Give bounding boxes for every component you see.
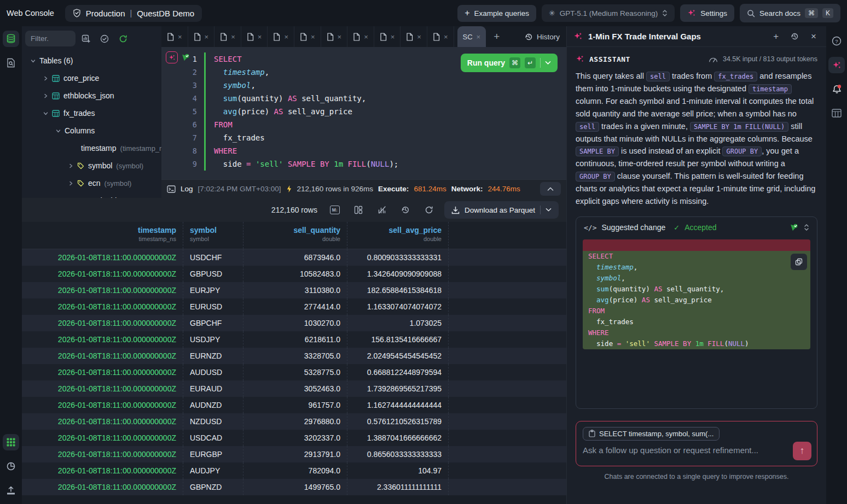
column-header[interactable]: symbolsymbol xyxy=(183,222,243,249)
query-context-chip[interactable]: SELECT timestamp, symbol, sum(... xyxy=(583,427,720,441)
settings-button[interactable]: Settings xyxy=(680,4,734,22)
symbol-cell: AUDNZD xyxy=(183,397,243,413)
results-grid-button[interactable] xyxy=(3,434,19,450)
new-tab-button[interactable]: + xyxy=(486,31,507,43)
expand-collapse-icon[interactable] xyxy=(804,224,809,231)
editor-tab[interactable]: × xyxy=(321,26,348,47)
refresh-schema-button[interactable] xyxy=(115,31,131,46)
example-queries-button[interactable]: + Example queries xyxy=(457,5,536,22)
table-row[interactable]: 2026-01-08T18:11:00.000000000ZAUDJPY7820… xyxy=(22,462,566,479)
add-metrics-button[interactable] xyxy=(78,31,94,46)
tree-item[interactable]: fx_trades xyxy=(25,104,161,122)
results-table[interactable]: timestamptimestamp_nssymbolsymbolsell_qu… xyxy=(22,222,566,504)
select-all-button[interactable] xyxy=(96,31,113,46)
column-header[interactable]: sell_avg_pricedouble xyxy=(347,222,449,249)
run-options-chevron-icon[interactable] xyxy=(545,61,551,65)
table-row[interactable]: 2026-01-08T18:11:00.000000000ZGBPNZD1499… xyxy=(22,479,566,495)
close-tab-icon[interactable]: × xyxy=(258,33,262,41)
download-parquet-button[interactable]: Download as Parquet xyxy=(444,201,559,219)
row-count: 212,160 rows xyxy=(271,206,317,214)
editor-tab[interactable]: × xyxy=(161,26,188,47)
editor-tab[interactable]: × xyxy=(214,26,241,47)
table-row[interactable]: 2026-01-08T18:11:00.000000000ZUSDCHF6873… xyxy=(22,249,566,266)
close-tab-icon[interactable]: × xyxy=(231,33,235,41)
close-tab-icon[interactable]: × xyxy=(205,33,209,41)
toggle-chart-button[interactable] xyxy=(374,202,390,218)
new-chat-button[interactable]: + xyxy=(770,31,782,42)
collapse-log-button[interactable] xyxy=(540,182,561,196)
editor-tab[interactable]: × xyxy=(268,26,294,47)
send-button[interactable]: ↑ xyxy=(793,442,811,460)
editor-tab[interactable]: × xyxy=(401,26,427,47)
refresh-results-button[interactable] xyxy=(421,202,437,218)
table-row[interactable]: 2026-01-08T18:11:00.000000000ZAUDUSD5328… xyxy=(22,364,566,380)
editor-tab[interactable]: × xyxy=(241,26,268,47)
tag-icon xyxy=(77,180,84,187)
schema-nav-button[interactable] xyxy=(3,31,19,47)
table-row[interactable]: 2026-01-08T18:11:00.000000000ZUSDCAD3202… xyxy=(22,430,566,446)
close-tab-icon[interactable]: × xyxy=(391,33,395,41)
chart-view-button[interactable] xyxy=(3,458,19,474)
column-header[interactable]: timestamptimestamp_ns xyxy=(22,222,183,249)
tree-item[interactable]: ethblocks_json xyxy=(25,87,161,104)
code-icon: </> xyxy=(584,224,596,232)
editor-tab[interactable]: × xyxy=(188,26,215,47)
table-panel-button[interactable] xyxy=(828,105,845,121)
close-tab-icon[interactable]: × xyxy=(417,33,421,41)
table-row[interactable]: 2026-01-08T18:11:00.000000000ZGBPCHF1030… xyxy=(22,315,566,331)
file-explorer-button[interactable] xyxy=(3,55,19,71)
table-row[interactable]: 2026-01-08T18:11:00.000000000ZEURGBP2913… xyxy=(22,446,566,462)
search-docs-button[interactable]: Search docs ⌘ K xyxy=(740,4,840,22)
table-row[interactable]: 2026-01-08T18:11:00.000000000ZUSDJPY6218… xyxy=(22,331,566,348)
tree-item[interactable]: Columns xyxy=(25,122,161,139)
column-header[interactable]: sell_quantitydouble xyxy=(243,222,347,249)
notifications-button[interactable] xyxy=(828,81,845,97)
close-tab-icon[interactable]: × xyxy=(284,33,288,41)
svg-text:?: ? xyxy=(835,38,838,44)
table-row[interactable]: 2026-01-08T18:11:00.000000000ZEURAUD3052… xyxy=(22,380,566,397)
ai-assist-button[interactable] xyxy=(166,51,178,63)
sell-quantity-cell: 782094.0 xyxy=(243,462,347,479)
tree-item[interactable]: symbol(symbol) xyxy=(25,157,161,174)
table-row[interactable]: 2026-01-08T18:11:00.000000000ZEURJPY3110… xyxy=(22,282,566,298)
help-button[interactable]: ? xyxy=(828,33,845,49)
history-button[interactable]: History xyxy=(525,33,560,41)
editor-tab[interactable]: × xyxy=(374,26,401,47)
tree-item[interactable]: core_price xyxy=(25,69,161,87)
table-row[interactable]: 2026-01-08T18:11:00.000000000ZEURUSD2774… xyxy=(22,298,566,315)
close-tab-icon[interactable]: × xyxy=(178,33,182,41)
toggle-columns-button[interactable] xyxy=(350,202,367,218)
editor-tab-active[interactable]: SC× xyxy=(457,26,486,47)
instance-badge[interactable]: Production | QuestDB Demo xyxy=(65,5,202,22)
filter-input[interactable]: Filter. xyxy=(25,31,76,46)
table-row[interactable]: 2026-01-08T18:11:00.000000000ZEURNZD3328… xyxy=(22,348,566,364)
run-query-button[interactable]: Run query ⌘ ↵ xyxy=(461,54,558,72)
download-options-chevron-icon[interactable] xyxy=(546,208,552,212)
editor-tab[interactable]: × xyxy=(294,26,321,47)
import-button[interactable] xyxy=(3,482,19,499)
chat-input[interactable]: SELECT timestamp, symbol, sum(... Ask a … xyxy=(576,421,817,466)
close-tab-icon[interactable]: × xyxy=(477,33,481,41)
symbol-cell: GBPNZD xyxy=(183,479,243,495)
table-row[interactable]: 2026-01-08T18:11:00.000000000ZAUDNZD9617… xyxy=(22,397,566,413)
ai-chat-rail-button[interactable] xyxy=(828,57,845,73)
sql-editor[interactable]: 1SELECT2 timestamp,3 symbol,4 sum(quanti… xyxy=(161,47,566,179)
tree-item[interactable]: 123trade_id(uuid) xyxy=(25,192,161,198)
tree-item[interactable]: Tables (6) xyxy=(25,52,161,69)
markdown-export-button[interactable]: M↓ xyxy=(327,202,343,218)
editor-tab[interactable]: × xyxy=(347,26,374,47)
copy-button[interactable] xyxy=(791,254,807,270)
tree-item[interactable]: ecn(symbol) xyxy=(25,174,161,192)
editor-tab[interactable]: × xyxy=(427,26,454,47)
close-tab-icon[interactable]: × xyxy=(364,33,368,41)
close-tab-icon[interactable]: × xyxy=(338,33,342,41)
model-select[interactable]: ✳ GPT-5.1 (Medium Reasoning) xyxy=(542,4,675,22)
query-history-button[interactable] xyxy=(397,202,414,218)
close-chat-button[interactable]: × xyxy=(808,31,820,42)
table-row[interactable]: 2026-01-08T18:11:00.000000000ZNZDUSD2976… xyxy=(22,413,566,430)
table-row[interactable]: 2026-01-08T18:11:00.000000000ZGBPUSD1058… xyxy=(22,266,566,282)
chat-history-button[interactable] xyxy=(787,32,802,40)
close-tab-icon[interactable]: × xyxy=(444,33,448,41)
close-tab-icon[interactable]: × xyxy=(311,33,315,41)
tree-item[interactable]: timestamp(timestamp_ns) xyxy=(25,139,161,157)
